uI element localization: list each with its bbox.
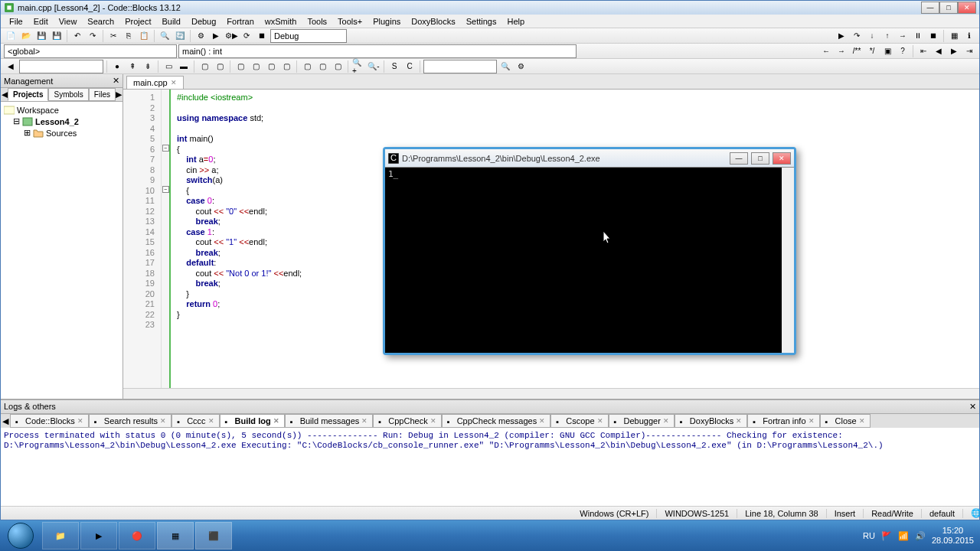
status-lang-icon[interactable]: 🌐 — [963, 508, 979, 518]
log-tab-close-icon[interactable]: ✕ — [208, 417, 214, 425]
next-bp-button[interactable]: ⇟ — [141, 60, 155, 73]
log-tab-close-icon[interactable]: ✕ — [361, 417, 368, 425]
debug-next-button[interactable]: → — [896, 29, 910, 43]
menu-project[interactable]: Project — [119, 15, 156, 28]
editor-tab-main[interactable]: main.cpp ✕ — [126, 76, 184, 89]
rebuild-button[interactable]: ⟳ — [240, 29, 253, 43]
console-minimize-button[interactable]: — — [730, 152, 748, 165]
tree-project[interactable]: ⊟ Lesson4_2 — [4, 116, 119, 127]
build-run-button[interactable]: ⚙▶ — [224, 29, 238, 43]
abort-button[interactable]: ⏹ — [255, 29, 269, 43]
task-media[interactable]: ▶ — [80, 522, 117, 549]
nav-prev-button[interactable]: ◀ — [932, 44, 946, 58]
menu-help[interactable]: Help — [501, 15, 530, 28]
debug-step-out-button[interactable]: ↑ — [880, 29, 894, 43]
menu-search[interactable]: Search — [82, 15, 119, 28]
tray-network-icon[interactable]: 📶 — [898, 531, 909, 541]
log-content[interactable]: Process terminated with status 0 (0 minu… — [1, 428, 979, 506]
tray-flag-icon[interactable]: 🚩 — [881, 531, 892, 541]
open-button[interactable]: 📂 — [19, 29, 33, 43]
log-tab-close-icon[interactable]: ✕ — [430, 417, 436, 425]
logs-close-icon[interactable]: ✕ — [969, 402, 976, 412]
zoom-in-button[interactable]: 🔍+ — [351, 60, 365, 73]
prev-bp-button[interactable]: ⇞ — [126, 60, 139, 73]
expand-icon[interactable]: ⊟ — [13, 116, 20, 126]
log-tab-cccc[interactable]: ▪Cccc✕ — [172, 414, 219, 428]
editor-tab-close-icon[interactable]: ✕ — [171, 79, 177, 86]
menu-plugins[interactable]: Plugins — [368, 15, 406, 28]
debug-stop-button[interactable]: ⏹ — [926, 29, 940, 43]
log-tab-debugger[interactable]: ▪Debugger✕ — [609, 414, 675, 428]
log-tab-close-icon[interactable]: ✕ — [597, 417, 603, 425]
run-button[interactable]: ▶ — [209, 29, 223, 43]
b4-button[interactable]: ▢ — [249, 60, 263, 73]
log-tab-close-icon[interactable]: ✕ — [808, 417, 815, 425]
log-tab-close-icon[interactable]: ✕ — [736, 417, 742, 425]
undo-button[interactable]: ↶ — [70, 29, 84, 43]
new-file-button[interactable]: 📄 — [4, 29, 18, 43]
doxy-button[interactable]: /** — [850, 44, 864, 58]
menu-file[interactable]: File — [4, 15, 28, 28]
log-tab-searchresults[interactable]: ▪Search results✕ — [89, 414, 172, 428]
b9-button[interactable]: ▢ — [331, 60, 345, 73]
jump-back-button[interactable]: ← — [819, 44, 833, 58]
console-close-button[interactable]: ✕ — [773, 152, 791, 165]
jump-fwd-button[interactable]: → — [835, 44, 848, 58]
menu-doxyblocks[interactable]: DoxyBlocks — [406, 15, 460, 28]
b2-button[interactable]: ▢ — [213, 60, 227, 73]
toggle-bp-button[interactable]: ● — [110, 60, 124, 73]
debug-continue-button[interactable]: ▶ — [835, 29, 848, 43]
scope-combo[interactable]: <global> — [4, 44, 177, 58]
b7-button[interactable]: ▢ — [300, 60, 314, 73]
search-opts-button[interactable]: ⚙ — [514, 60, 528, 73]
menu-build[interactable]: Build — [156, 15, 185, 28]
menu-tools[interactable]: Tools+ — [332, 15, 368, 28]
log-tab-close-icon[interactable]: ✕ — [663, 417, 669, 425]
b8-button[interactable]: ▢ — [315, 60, 329, 73]
tabs-next-button[interactable]: ▶ — [116, 90, 122, 100]
log-tab-close-icon[interactable]: ✕ — [859, 417, 865, 425]
extra-combo[interactable] — [19, 60, 103, 73]
log-tabs-prev[interactable]: ◀ — [1, 416, 10, 426]
debug-step-into-button[interactable]: ↓ — [865, 29, 879, 43]
tray-volume-icon[interactable]: 🔊 — [915, 531, 926, 541]
save-all-button[interactable]: 💾 — [50, 29, 64, 43]
log-tab-close-icon[interactable]: ✕ — [77, 417, 83, 425]
task-console[interactable]: ⬛ — [195, 522, 232, 549]
expand-icon[interactable]: ⊞ — [24, 128, 31, 138]
search-go-button[interactable]: 🔍 — [498, 60, 512, 73]
cut-button[interactable]: ✂ — [106, 29, 120, 43]
tab-projects[interactable]: Projects — [8, 88, 48, 101]
debug-info-button[interactable]: ℹ — [962, 29, 976, 43]
menu-settings[interactable]: Settings — [461, 15, 502, 28]
log-tab-close[interactable]: ▪Close✕ — [820, 414, 871, 428]
nav-next-button[interactable]: ▶ — [947, 44, 961, 58]
start-button[interactable] — [0, 520, 41, 551]
tray-clock[interactable]: 15:20 28.09.2015 — [932, 526, 974, 546]
replace-button[interactable]: 🔄 — [173, 29, 187, 43]
b1-button[interactable]: ▢ — [198, 60, 211, 73]
b6-button[interactable]: ▢ — [279, 60, 293, 73]
doxy2-button[interactable]: */ — [865, 44, 879, 58]
tab-files[interactable]: Files — [89, 88, 116, 101]
console-maximize-button[interactable]: □ — [751, 152, 769, 165]
log-tab-close-icon[interactable]: ✕ — [539, 417, 545, 425]
editor-hscrollbar[interactable] — [123, 388, 979, 399]
b5-button[interactable]: ▢ — [264, 60, 278, 73]
log-tab-doxyblocks[interactable]: ▪DoxyBlocks✕ — [675, 414, 747, 428]
arrow-left-button[interactable]: ◀ — [4, 60, 18, 73]
debug-step-button[interactable]: ↷ — [850, 29, 864, 43]
menu-tools[interactable]: Tools — [302, 15, 332, 28]
zoom-out-button[interactable]: 🔍- — [367, 60, 381, 73]
target-combo[interactable]: Debug — [270, 29, 347, 43]
log-tab-codeblocks[interactable]: ▪Code::Blocks✕ — [10, 414, 89, 428]
build-button[interactable]: ⚙ — [194, 29, 207, 43]
doxy-help-button[interactable]: ? — [896, 44, 910, 58]
task-opera[interactable]: 🔴 — [119, 522, 155, 549]
task-explorer[interactable]: 📁 — [42, 522, 79, 549]
nav-first-button[interactable]: ⇤ — [916, 44, 930, 58]
s-button[interactable]: S — [387, 60, 401, 73]
minimize-button[interactable]: — — [921, 2, 939, 14]
log-tab-cppcheck[interactable]: ▪CppCheck✕ — [373, 414, 441, 428]
console-body[interactable]: 1_ — [385, 168, 782, 353]
